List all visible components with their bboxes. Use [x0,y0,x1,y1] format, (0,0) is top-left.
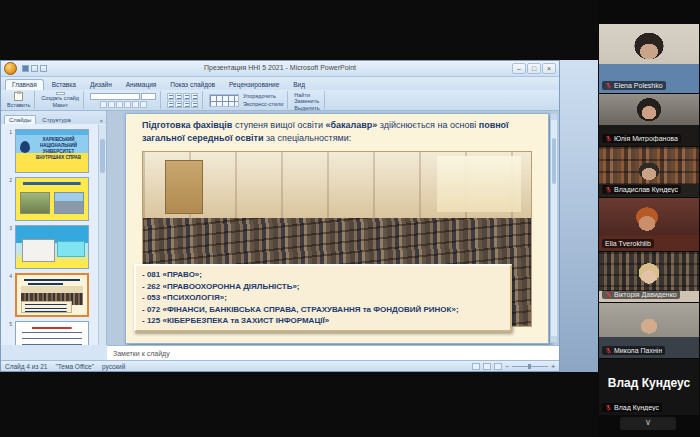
window-title: Презентация ННІ 5 2021 - Microsoft Power… [1,64,559,71]
muted-mic-icon [605,404,612,411]
participant-name-tag: Elena Poleshko [602,81,666,90]
participant-tiles: Elena Poleshko Юлія Митрофанова [599,24,699,416]
scrollbar-thumb[interactable] [552,138,556,184]
participant-name-tag: Влад Кундеус [602,403,662,412]
font-name-select[interactable] [90,93,140,100]
font-format-buttons[interactable] [100,101,147,108]
participant-name-tag: Микола Пахнін [602,346,665,355]
slide-number: 5 [5,321,12,327]
slide-title-fragment: за спеціальностями: [263,133,351,143]
shapes-gallery[interactable] [209,94,239,107]
notes-pane[interactable]: Заметки к слайду [107,345,559,360]
editing-group: Найти Заменить Выделить [290,91,324,109]
scroll-participants-button[interactable]: ∨ [620,417,676,430]
ribbon-tab[interactable]: Вид [287,80,311,90]
participant-name: Elena Poleshko [614,82,663,89]
slide-counter: Слайд 4 из 21 [5,363,47,370]
paste-button[interactable]: Вставить [7,102,30,108]
slide-thumbnail-5[interactable] [15,321,89,345]
normal-view-button[interactable] [472,363,480,370]
language-indicator[interactable]: русский [102,363,125,370]
zoom-slider-thumb[interactable] [528,364,531,369]
slide-thumbnail-2[interactable] [15,177,89,221]
participant-tile[interactable]: Влад Кундеус Влад Кундеус [599,359,699,415]
muted-mic-icon [605,135,612,142]
participant-tile[interactable]: Вікторія Давиденко [599,252,699,302]
clipboard-group: Вставить [3,91,35,109]
participants-sidebar: Elena Poleshko Юлія Митрофанова [598,0,700,437]
slide-title-fragment: «бакалавр» [325,120,377,130]
slide-scrollbar[interactable] [550,113,558,343]
specialty-item: - 072 «ФІНАНСИ, БАНКІВСЬКА СПРАВА, СТРАХ… [142,304,504,316]
participant-name: Elia Tverokhlib [605,240,651,247]
font-size-select[interactable] [141,93,156,100]
ribbon-tab[interactable]: Показ слайдов [164,80,221,90]
muted-mic-icon [605,82,612,89]
slides-panel: СлайдыСтруктура× 1ХАРКІВСЬКИЙ НАЦІОНАЛЬН… [1,111,107,345]
slides-panel-tabs: СлайдыСтруктура× [1,111,106,124]
ribbon-tab[interactable]: Дизайн [84,80,118,90]
current-slide[interactable]: Підготовка фахівців ступеня вищої освіти… [125,113,549,344]
layout-button[interactable]: Макет [52,102,68,108]
desktop-background-strip [560,60,598,372]
status-bar: Слайд 4 из 21 "Тема Office" русский − + [1,360,559,371]
paragraph-group [163,91,203,109]
participant-name: Микола Пахнін [614,347,662,354]
zoom-out-button[interactable]: − [505,363,509,370]
ribbon-tab[interactable]: Рецензирование [223,80,285,90]
participant-tile[interactable]: Elena Poleshko [599,24,699,93]
maximize-button[interactable]: □ [527,63,541,74]
slide-thumbnail-3[interactable] [15,225,89,269]
muted-mic-icon [605,347,612,354]
slide-title-fragment: ступеня вищої освіти [232,120,325,130]
zoom-slider[interactable] [512,366,548,367]
slide-editing-area: Підготовка фахівців ступеня вищої освіти… [107,111,559,345]
slide-title-fragment: здійснюється на основі [377,120,478,130]
participant-tile[interactable]: Elia Tverokhlib [599,198,699,251]
ppt-workspace: СлайдыСтруктура× 1ХАРКІВСЬКИЙ НАЦІОНАЛЬН… [1,111,559,345]
panel-close-icon[interactable]: × [99,118,103,124]
participant-tile[interactable]: Юлія Митрофанова [599,94,699,146]
window-controls: – □ × [512,63,556,74]
slide-sorter-view-button[interactable] [483,363,491,370]
specialty-item: - 081 «ПРАВО»; [142,269,504,281]
participant-name: Владислав Кундеус [614,186,678,193]
slide-thumbnail-1[interactable]: ХАРКІВСЬКИЙ НАЦІОНАЛЬНИЙ УНІВЕРСИТЕТ ВНУ… [15,129,89,173]
slide-number: 1 [5,129,12,135]
ribbon-tab[interactable]: Вставка [46,80,82,90]
select-button[interactable]: Выделить [294,105,319,111]
panel-tab[interactable]: Структура [38,116,74,124]
ribbon-tab[interactable]: Главная [5,79,44,90]
participant-name-tag: Владислав Кундеус [602,185,681,194]
arrange-button[interactable]: Упорядочить [243,93,283,99]
scroll-up-icon[interactable] [551,114,557,120]
scroll-down-icon[interactable] [551,336,557,342]
participant-name-tag: Юлія Митрофанова [602,134,681,143]
ribbon-tab[interactable]: Анимация [120,80,163,90]
participant-tile[interactable]: Владислав Кундеус [599,147,699,197]
zoom-in-button[interactable]: + [551,363,555,370]
muted-mic-icon [605,291,612,298]
font-group [86,91,161,109]
participant-name-tag: Elia Tverokhlib [602,239,654,248]
slides-group: Создать слайд Макет [37,91,84,109]
slide-title: Підготовка фахівців ступеня вищої освіти… [142,119,532,144]
align-buttons[interactable] [167,101,198,108]
list-buttons[interactable] [167,93,198,100]
quick-styles-button[interactable]: Экспресс-стили [243,101,283,107]
participant-name: Юлія Митрофанова [614,135,678,142]
slide-title-fragment: Підготовка фахівців [142,120,232,130]
close-button[interactable]: × [542,63,556,74]
ribbon: Вставить Создать слайд Макет [1,90,559,111]
slideshow-view-button[interactable] [494,363,502,370]
participant-name: Вікторія Давиденко [614,291,677,298]
minimize-button[interactable]: – [512,63,526,74]
paste-icon[interactable] [14,92,23,101]
notes-placeholder: Заметки к слайду [113,350,170,357]
slide-thumbnail-4[interactable] [15,273,89,317]
slide-thumbnail-list: 1ХАРКІВСЬКИЙ НАЦІОНАЛЬНИЙ УНІВЕРСИТЕТ ВН… [1,125,98,345]
participant-tile[interactable]: Микола Пахнін [599,303,699,358]
zoom-app-window: Презентация ННІ 5 2021 - Microsoft Power… [0,0,700,437]
slides-panel-scrollbar[interactable] [98,125,106,345]
panel-tab[interactable]: Слайды [4,115,36,124]
